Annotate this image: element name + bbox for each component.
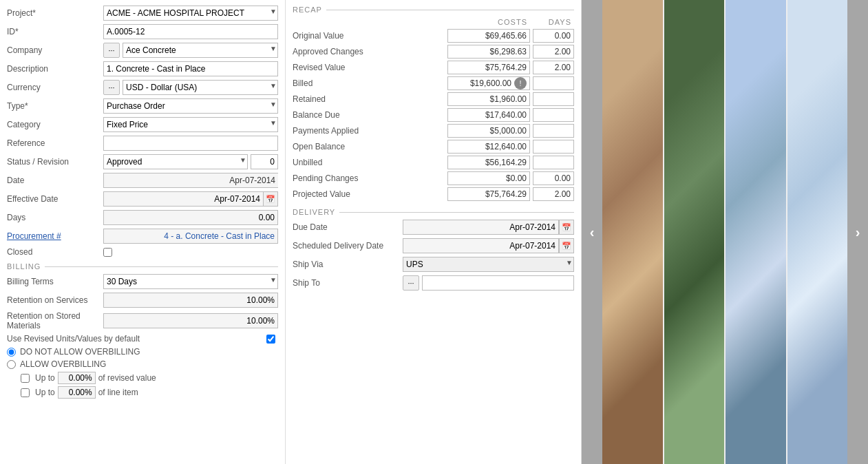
image-container bbox=[602, 0, 847, 464]
ship-via-label: Ship Via bbox=[293, 260, 403, 269]
billing-terms-select[interactable]: 30 Days bbox=[103, 274, 278, 289]
ship-to-row: Ship To ··· bbox=[293, 275, 574, 291]
reference-input[interactable] bbox=[103, 136, 278, 151]
do-not-allow-row: DO NOT ALLOW OVERBILLING bbox=[7, 347, 278, 357]
status-row: Status / Revision Approved ▼ bbox=[7, 154, 278, 169]
next-button[interactable]: › bbox=[847, 0, 868, 464]
warn-icon[interactable]: ! bbox=[514, 77, 527, 89]
company-label: Company bbox=[7, 45, 103, 55]
company-dots-button[interactable]: ··· bbox=[103, 43, 120, 58]
scheduled-delivery-row: Scheduled Delivery Date 📅 bbox=[293, 238, 574, 253]
project-select[interactable]: ACME - ACME HOSPITAL PROJECT bbox=[103, 6, 278, 21]
recap-row: Original Value$69,465.660.00 bbox=[293, 29, 574, 43]
allow-overbilling-row: ALLOW OVERBILLING bbox=[7, 359, 278, 369]
days-row: Days bbox=[7, 210, 278, 225]
prev-button[interactable]: ‹ bbox=[582, 0, 602, 464]
costs-col-header: COSTS bbox=[447, 18, 530, 26]
description-row: Description bbox=[7, 61, 278, 76]
recap-row: Projected Value$75,764.292.00 bbox=[293, 187, 574, 201]
currency-select-wrapper: USD - Dollar (USA) ▼ bbox=[123, 80, 278, 95]
status-label: Status / Revision bbox=[7, 157, 103, 167]
category-select[interactable]: Fixed Price bbox=[103, 117, 278, 132]
recap-row-days: 0.00 bbox=[533, 171, 574, 185]
reference-label: Reference bbox=[7, 138, 103, 148]
project-select-wrapper: ACME - ACME HOSPITAL PROJECT ▼ bbox=[103, 6, 278, 21]
recap-row: Approved Changes$6,298.632.00 bbox=[293, 45, 574, 59]
status-revision-input[interactable] bbox=[251, 154, 278, 169]
effective-date-input[interactable] bbox=[103, 191, 263, 207]
currency-label: Currency bbox=[7, 83, 103, 92]
due-date-row: Due Date 📅 bbox=[293, 220, 574, 235]
recap-rows: Original Value$69,465.660.00Approved Cha… bbox=[293, 29, 574, 201]
closed-checkbox[interactable] bbox=[103, 248, 112, 257]
ship-to-dots-button[interactable]: ··· bbox=[403, 275, 419, 291]
recap-row-costs: $0.00 bbox=[447, 171, 530, 185]
recap-row-days bbox=[533, 92, 574, 106]
recap-row-costs: $19,600.00! bbox=[447, 76, 530, 90]
recap-row-costs: $1,960.00 bbox=[447, 92, 530, 106]
middle-panel: RECAP COSTS DAYS Original Value$69,465.6… bbox=[286, 0, 582, 464]
recap-row-days: 2.00 bbox=[533, 45, 574, 59]
recap-row: Payments Applied$5,000.00 bbox=[293, 124, 574, 138]
ship-via-select[interactable]: UPS bbox=[403, 257, 574, 272]
days-input[interactable] bbox=[103, 210, 278, 225]
effective-date-input-group: 📅 bbox=[103, 191, 278, 207]
effective-date-label: Effective Date bbox=[7, 194, 103, 204]
ship-via-row: Ship Via UPS ▼ bbox=[293, 257, 574, 272]
up-to-label-2: Up to bbox=[35, 388, 55, 397]
procurement-input[interactable] bbox=[103, 229, 278, 244]
scheduled-label: Scheduled Delivery Date bbox=[293, 241, 403, 251]
building-image-4 bbox=[787, 0, 848, 464]
billing-section-line bbox=[45, 266, 278, 267]
retention-stored-input[interactable] bbox=[103, 313, 278, 328]
building-image-1 bbox=[602, 0, 663, 464]
category-label: Category bbox=[7, 120, 103, 129]
currency-row: Currency ··· USD - Dollar (USA) ▼ bbox=[7, 80, 278, 95]
company-row: Company ··· Ace Concrete ▼ bbox=[7, 43, 278, 58]
recap-header-line bbox=[326, 10, 574, 10]
up-to-checkbox-1[interactable] bbox=[21, 374, 30, 383]
retention-services-label: Retention on Services bbox=[7, 295, 103, 305]
recap-row-label: Approved Changes bbox=[293, 47, 447, 56]
category-row: Category Fixed Price ▼ bbox=[7, 117, 278, 132]
reference-row: Reference bbox=[7, 136, 278, 151]
scheduled-calendar-button[interactable]: 📅 bbox=[559, 238, 574, 253]
building-1-block bbox=[602, 0, 663, 464]
date-input-group: Apr-07-2014 bbox=[103, 173, 278, 188]
effective-date-calendar-button[interactable]: 📅 bbox=[263, 191, 278, 207]
building-3-block bbox=[726, 0, 786, 464]
recap-row-costs: $6,298.63 bbox=[447, 45, 530, 59]
closed-row: Closed bbox=[7, 247, 278, 257]
right-panel: ‹ › bbox=[582, 0, 868, 464]
billing-section-header: BILLING bbox=[7, 262, 278, 271]
type-select[interactable]: Purchase Order bbox=[103, 98, 278, 114]
up-to-input-1[interactable] bbox=[58, 372, 96, 384]
delivery-header: DELIVERY bbox=[293, 208, 574, 216]
closed-label: Closed bbox=[7, 247, 103, 257]
recap-row-days bbox=[533, 108, 574, 122]
up-to-label-1: Up to bbox=[35, 373, 55, 383]
do-not-allow-radio[interactable] bbox=[7, 348, 16, 357]
currency-dots-button[interactable]: ··· bbox=[103, 80, 120, 95]
description-input[interactable] bbox=[103, 61, 278, 76]
recap-row: Open Balance$12,640.00 bbox=[293, 140, 574, 154]
billing-terms-select-wrapper: 30 Days ▼ bbox=[103, 274, 278, 289]
recap-row-label: Payments Applied bbox=[293, 126, 447, 136]
status-select[interactable]: Approved bbox=[103, 154, 248, 169]
scheduled-input[interactable] bbox=[403, 238, 559, 253]
recap-title: RECAP bbox=[293, 6, 322, 14]
allow-overbilling-radio[interactable] bbox=[7, 360, 16, 369]
recap-row-days: 2.00 bbox=[533, 61, 574, 74]
retention-services-input[interactable] bbox=[103, 293, 278, 308]
project-label: Project* bbox=[7, 8, 103, 18]
ship-to-input[interactable] bbox=[422, 275, 574, 291]
due-date-input[interactable] bbox=[403, 220, 559, 235]
due-date-calendar-button[interactable]: 📅 bbox=[559, 220, 574, 235]
use-revised-checkbox[interactable] bbox=[266, 335, 275, 344]
company-select[interactable]: Ace Concrete bbox=[123, 43, 278, 58]
procurement-label[interactable]: Procurement # bbox=[7, 231, 103, 241]
id-input[interactable] bbox=[103, 24, 278, 39]
currency-select[interactable]: USD - Dollar (USA) bbox=[123, 80, 278, 95]
up-to-input-2[interactable] bbox=[58, 386, 96, 399]
up-to-checkbox-2[interactable] bbox=[21, 388, 30, 397]
